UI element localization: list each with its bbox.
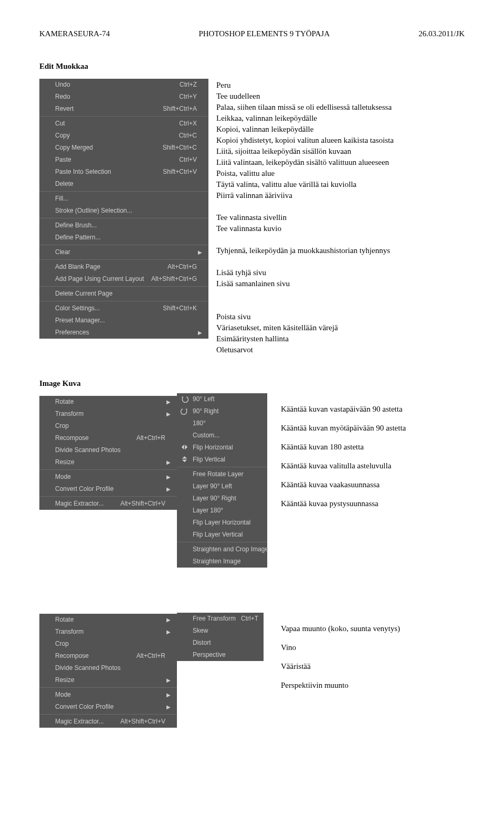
menu-label: Add Blank Page <box>55 261 162 272</box>
edit-item[interactable]: Delete Current Page <box>39 288 208 300</box>
menu-label: Mode <box>55 471 161 483</box>
menu-label: Define Brush... <box>55 220 202 231</box>
shortcut: Alt+Ctrl+R <box>136 651 165 662</box>
edit-item[interactable]: CutCtrl+X <box>39 118 208 130</box>
rotate-item[interactable]: Layer 180° <box>177 505 267 517</box>
rotate-item[interactable]: Free Rotate Layer <box>177 468 267 480</box>
edit-item[interactable]: RedoCtrl+Y <box>39 91 208 103</box>
desc-line <box>216 234 465 245</box>
menu-label: Define Pattern... <box>55 232 202 243</box>
flip-horizontal-icon <box>180 443 189 452</box>
menu-label: Free Transform <box>193 613 236 624</box>
desc-line: Peru <box>216 80 465 91</box>
menu-label: Flip Layer Vertical <box>193 529 261 540</box>
menu-label: 90° Left <box>193 394 261 405</box>
rotate-item[interactable]: Flip Horizontal <box>177 442 267 454</box>
menu-label: Delete <box>55 179 202 190</box>
image-item[interactable]: Rotate▶ <box>39 396 177 408</box>
rotate-item[interactable]: Layer 90° Left <box>177 480 267 492</box>
edit-desc: PeruTee uudelleenPalaa, siihen tilaan mi… <box>216 79 465 355</box>
image-item[interactable]: Rotate▶ <box>39 614 177 626</box>
desc-line: Oletusarvot <box>216 344 465 355</box>
shortcut: Alt+Ctrl+R <box>136 433 165 444</box>
edit-item[interactable]: UndoCtrl+Z <box>39 79 208 91</box>
edit-item[interactable]: Define Brush... <box>39 219 208 232</box>
menu-label: Magic Extractor... <box>55 498 115 509</box>
image-item[interactable]: Resize▶ <box>39 674 177 686</box>
edit-item[interactable]: Stroke (Outline) Selection... <box>39 205 208 217</box>
edit-item[interactable]: Color Settings...Shift+Ctrl+K <box>39 302 208 314</box>
image-item[interactable]: Crop <box>39 420 177 432</box>
edit-item[interactable]: Copy MergedShift+Ctrl+C <box>39 142 208 154</box>
edit-item[interactable]: Define Pattern... <box>39 232 208 244</box>
shortcut: Ctrl+X <box>179 118 197 129</box>
edit-item[interactable]: Preferences▶ <box>39 327 208 339</box>
image-item[interactable]: Magic Extractor...Alt+Shift+Ctrl+V <box>39 716 177 728</box>
menu-label: Crop <box>55 638 171 649</box>
image-item[interactable]: Convert Color Profile▶ <box>39 701 177 713</box>
menu-label: Convert Color Profile <box>55 484 161 495</box>
desc-line: Vääristää <box>281 661 400 672</box>
rotate-item[interactable]: 180° <box>177 417 267 429</box>
shortcut: Shift+Ctrl+V <box>163 166 197 177</box>
desc-line: Esimääritysten hallinta <box>216 333 465 344</box>
image-item[interactable]: Mode▶ <box>39 689 177 701</box>
desc-line: Täytä valinta, valittu alue värillä tai … <box>216 179 465 190</box>
transform-item[interactable]: Free TransformCtrl+T <box>177 613 264 625</box>
rotate-item[interactable]: Flip Layer Vertical <box>177 529 267 541</box>
image-item[interactable]: Magic Extractor...Alt+Shift+Ctrl+V <box>39 498 177 510</box>
transform-item[interactable]: Distort <box>177 637 264 649</box>
menu-label: Delete Current Page <box>55 288 202 299</box>
transform-item[interactable]: Skew <box>177 625 264 637</box>
rotate-item[interactable]: Flip Vertical <box>177 454 267 466</box>
desc-line: Tee valinnasta sivellin <box>216 212 465 223</box>
edit-item[interactable]: Fill... <box>39 193 208 205</box>
menu-label: Copy <box>55 130 174 141</box>
edit-item[interactable]: RevertShift+Ctrl+A <box>39 103 208 115</box>
edit-item[interactable]: CopyCtrl+C <box>39 130 208 142</box>
edit-item[interactable]: Add Blank PageAlt+Ctrl+G <box>39 261 208 273</box>
menu-label: Magic Extractor... <box>55 716 115 727</box>
edit-item[interactable]: Paste Into SelectionShift+Ctrl+V <box>39 166 208 178</box>
rotate-item[interactable]: Custom... <box>177 429 267 442</box>
image-item[interactable]: Resize▶ <box>39 456 177 468</box>
rotate-item[interactable]: 90° Left <box>177 393 267 405</box>
menu-label: Transform <box>55 626 161 637</box>
image-item[interactable]: RecomposeAlt+Ctrl+R <box>39 650 177 662</box>
rotate-item[interactable]: 90° Right <box>177 405 267 417</box>
image-item[interactable]: Divide Scanned Photos <box>39 662 177 674</box>
edit-title: Edit Muokkaa <box>39 62 465 71</box>
image-item[interactable]: Transform▶ <box>39 408 177 420</box>
image-item[interactable]: Convert Color Profile▶ <box>39 483 177 495</box>
edit-item[interactable]: Add Page Using Current LayoutAlt+Shift+C… <box>39 273 208 285</box>
rotate-item[interactable]: Flip Layer Horizontal <box>177 517 267 529</box>
rotate-desc: Kääntää kuvan vastapäivään 90 astettaKää… <box>281 396 406 517</box>
image-item[interactable]: RecomposeAlt+Ctrl+R <box>39 432 177 444</box>
edit-item[interactable]: Delete <box>39 178 208 190</box>
rotate-item[interactable]: Straighten and Crop Image <box>177 543 267 555</box>
submenu-arrow-icon: ▶ <box>166 701 171 712</box>
transform-item[interactable]: Perspective <box>177 649 264 661</box>
rotate-submenu: 90° Left90° Right180°Custom...Flip Horiz… <box>177 393 267 568</box>
edit-item[interactable]: PasteCtrl+V <box>39 154 208 166</box>
menu-label: Paste Into Selection <box>55 166 158 177</box>
desc-line: Leikkaa, valinnan leikepöydälle <box>216 113 465 124</box>
image-menu: Rotate▶Transform▶CropRecomposeAlt+Ctrl+R… <box>39 396 177 510</box>
edit-item[interactable]: Clear▶ <box>39 246 208 258</box>
image-item[interactable]: Crop <box>39 638 177 650</box>
image-item[interactable]: Divide Scanned Photos <box>39 444 177 456</box>
submenu-arrow-icon: ▶ <box>166 457 171 468</box>
submenu-arrow-icon: ▶ <box>166 484 171 495</box>
rotate-item[interactable]: Layer 90° Right <box>177 492 267 505</box>
menu-label: Color Settings... <box>55 303 158 314</box>
menu-label: Divide Scanned Photos <box>55 663 171 674</box>
desc-line: Tyhjennä, leikepöydän ja muokkaushistori… <box>216 245 465 256</box>
edit-item[interactable]: Preset Manager... <box>39 314 208 327</box>
image-item[interactable]: Transform▶ <box>39 626 177 638</box>
desc-line: Piirrä valinnan ääriviiva <box>216 190 465 201</box>
menu-label: Resize <box>55 675 161 686</box>
desc-line: Vapaa muunto (koko, suunta venytys) <box>281 623 400 634</box>
rotate-item[interactable]: Straighten Image <box>177 555 267 568</box>
desc-line: Lisää samanlainen sivu <box>216 278 465 289</box>
image-item[interactable]: Mode▶ <box>39 471 177 483</box>
